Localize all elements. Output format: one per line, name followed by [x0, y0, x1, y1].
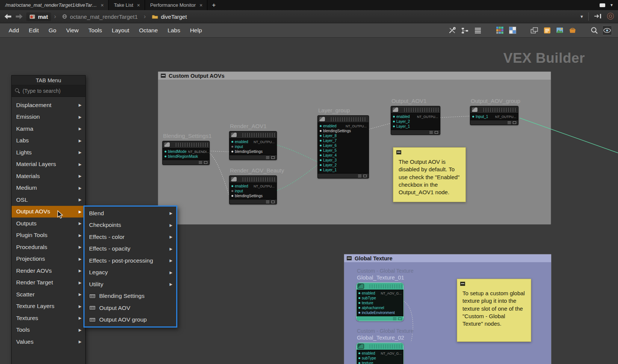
pane-menu-dropdown-icon[interactable]: ▼	[610, 3, 613, 7]
path-dropdown-icon[interactable]: ▼	[580, 14, 584, 19]
tab-menu-item[interactable]: Texture Layers	[12, 301, 85, 313]
input-connector-dot[interactable]	[393, 125, 395, 127]
submenu-item[interactable]: Effects - opacity	[85, 243, 176, 255]
submenu-item[interactable]: Utility	[85, 278, 176, 290]
menu-item[interactable]: Go	[44, 27, 61, 34]
input-connector-dot[interactable]	[231, 195, 233, 197]
input-connector-dot[interactable]	[320, 164, 322, 166]
tab-menu-item[interactable]: Emission	[12, 111, 85, 123]
input-connector-dot[interactable]	[320, 125, 322, 127]
input-connector-dot[interactable]	[320, 140, 322, 142]
snapshot-icon[interactable]	[529, 26, 539, 35]
sticky-note-1[interactable]: The Output AOV is disabled by default. T…	[393, 147, 466, 202]
search-icon[interactable]	[589, 26, 599, 35]
node-display-flag-icon[interactable]	[271, 156, 275, 159]
color-palette-grid-icon[interactable]	[495, 26, 505, 35]
input-connector-dot[interactable]	[231, 146, 233, 148]
collapse-box-button[interactable]	[347, 256, 352, 260]
tab-menu-search-input[interactable]	[23, 88, 91, 94]
pane-tab[interactable]: Take List	[109, 0, 145, 10]
collapse-note-button[interactable]	[396, 150, 401, 154]
submenu-item[interactable]: Legacy	[85, 267, 176, 279]
input-connector-dot[interactable]	[472, 116, 474, 118]
tab-menu-item[interactable]: Output AOVs	[12, 206, 85, 218]
menu-item[interactable]: Labs	[163, 27, 185, 34]
menu-item[interactable]: Help	[185, 27, 207, 34]
tab-menu-item[interactable]: Render Target	[12, 277, 85, 289]
tab-menu-item[interactable]: Tools	[12, 324, 85, 336]
node-flag-icon[interactable]	[508, 121, 511, 124]
input-connector-dot[interactable]	[231, 151, 233, 153]
submenu-item[interactable]: Blending Settings	[85, 290, 176, 302]
tab-menu-item[interactable]: Material Layers	[12, 159, 85, 171]
tab-menu-item[interactable]: OSL	[12, 194, 85, 206]
input-connector-dot[interactable]	[358, 362, 360, 364]
tree-view-icon[interactable]	[460, 26, 470, 35]
input-connector-dot[interactable]	[231, 141, 233, 143]
node-flag-icon[interactable]	[429, 131, 433, 134]
tab-menu-item[interactable]: Values	[12, 336, 85, 348]
submenu-item[interactable]: Effects - post-processing	[85, 255, 176, 267]
breadcrumb-root[interactable]: mat	[26, 12, 51, 21]
close-tab-icon[interactable]	[137, 3, 140, 8]
network-editor-canvas[interactable]: VEX Builder TAB Menu Displacement Emissi…	[0, 38, 618, 364]
menu-item[interactable]: Octane	[134, 27, 163, 34]
input-connector-dot[interactable]	[358, 352, 360, 354]
input-connector-dot[interactable]	[231, 190, 233, 192]
node-Global_Texture_01[interactable]: Custom - Global TextureGlobal_Texture_01…	[356, 282, 404, 321]
input-connector-dot[interactable]	[165, 151, 166, 153]
input-connector-dot[interactable]	[231, 185, 233, 187]
tab-menu-item[interactable]: Outputs	[12, 217, 85, 230]
background-image-icon[interactable]	[555, 26, 565, 35]
pane-tab[interactable]: /mat/octane_mat_renderTarget1/diveTar…	[0, 0, 109, 10]
node-flag-icon[interactable]	[266, 201, 269, 203]
node-Layer_group[interactable]: Layer_groupenabledNT_OUTPU...blendingSet…	[317, 115, 369, 178]
node-Output_AOV_group[interactable]: Output_AOV_groupInput_1NT_OUTPU...	[470, 106, 518, 125]
pin-network-icon[interactable]	[593, 13, 602, 20]
node-Global_Texture_02[interactable]: Custom - Global TextureGlobal_Texture_02…	[356, 343, 404, 364]
input-connector-dot[interactable]	[320, 159, 322, 161]
input-connector-dot[interactable]	[320, 130, 322, 132]
visibility-eye-icon[interactable]	[602, 26, 612, 35]
tab-menu-item[interactable]: Karma	[12, 123, 85, 135]
node-flag-icon[interactable]	[266, 156, 269, 159]
gallery-icon[interactable]	[568, 26, 577, 35]
menu-item[interactable]: Tools	[83, 27, 107, 34]
submenu-item[interactable]: Checkpoints	[85, 219, 176, 231]
tools-icon[interactable]	[447, 26, 457, 35]
tab-menu-item[interactable]: Projections	[12, 253, 85, 265]
collapse-note-button[interactable]	[460, 282, 465, 286]
close-tab-icon[interactable]	[199, 3, 202, 8]
sticky-note-2[interactable]: To setup a custom global texture plug it…	[457, 279, 531, 342]
node-display-flag-icon[interactable]	[513, 121, 516, 124]
radial-menu-icon[interactable]	[607, 12, 614, 21]
tab-menu-item[interactable]: Lights	[12, 147, 85, 159]
node-flag-icon[interactable]	[393, 317, 396, 320]
list-view-icon[interactable]	[473, 26, 483, 35]
input-connector-dot[interactable]	[358, 297, 360, 299]
node-Render_AOV_Beauty[interactable]: Render_AOV_BeautyenabledNT_OUTPU...input…	[229, 175, 277, 204]
input-connector-dot[interactable]	[358, 357, 360, 359]
tab-menu-item[interactable]: Textures	[12, 312, 85, 324]
menu-item[interactable]: View	[61, 27, 83, 34]
input-connector-dot[interactable]	[320, 169, 322, 171]
breadcrumb-parent[interactable]: octane_mat_renderTarget1	[59, 12, 141, 21]
node-Output_AOV1[interactable]: Output_AOV1enabledNT_OUTPU...Layer_2Laye…	[391, 106, 440, 135]
collapse-box-button[interactable]	[161, 74, 166, 78]
node-display-flag-icon[interactable]	[204, 161, 207, 164]
menu-item[interactable]: Edit	[24, 27, 44, 34]
submenu-item[interactable]: Effects - color	[85, 231, 176, 243]
maximize-pane-icon[interactable]	[600, 3, 605, 7]
menu-item[interactable]: Layout	[107, 27, 134, 34]
back-button[interactable]	[4, 14, 12, 20]
input-connector-dot[interactable]	[358, 307, 360, 309]
new-pane-tab-button[interactable]: +	[207, 0, 220, 10]
input-connector-dot[interactable]	[393, 116, 395, 118]
tab-menu-item[interactable]: Labs	[12, 135, 85, 147]
menu-item[interactable]: Add	[4, 27, 24, 34]
node-flag-icon[interactable]	[358, 175, 361, 177]
node-Blending_Settings1[interactable]: Blending_Settings1blendModeNT_BLENDI...b…	[162, 141, 210, 165]
forward-button[interactable]	[15, 14, 23, 20]
input-connector-dot[interactable]	[358, 292, 360, 294]
node-flag-icon[interactable]	[199, 161, 202, 164]
